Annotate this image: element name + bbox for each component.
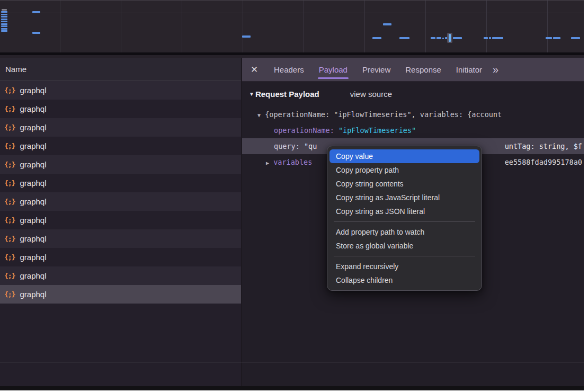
request-timing-bar[interactable]	[383, 23, 391, 25]
waterfall-gridline	[425, 1, 426, 52]
request-timing-bar[interactable]	[484, 37, 488, 39]
request-row-graphql[interactable]: {;}graphql	[0, 137, 241, 155]
request-timing-bar[interactable]	[1, 11, 7, 13]
request-timing-bar[interactable]	[372, 37, 381, 39]
tab-payload[interactable]: Payload	[311, 58, 355, 82]
menu-separator	[334, 221, 475, 222]
tab-initiator[interactable]: Initiator	[449, 58, 489, 82]
property-value: "ipFlowTimeseries"	[338, 126, 416, 135]
request-timing-bar[interactable]	[571, 37, 580, 39]
request-timing-bar[interactable]	[553, 37, 560, 39]
section-title: Request Payload	[255, 90, 319, 99]
request-name-label: graphql	[20, 104, 46, 113]
json-braces-icon: {;}	[4, 235, 15, 243]
request-row-graphql[interactable]: {;}graphql	[0, 118, 241, 137]
request-row-graphql[interactable]: {;}graphql	[0, 81, 241, 100]
request-name-label: graphql	[20, 290, 46, 299]
request-timing-bar[interactable]	[1, 23, 7, 25]
menu-item-add-property-path-to-watch[interactable]: Add property path to watch	[327, 225, 482, 239]
request-name-label: graphql	[20, 216, 46, 225]
json-braces-icon: {;}	[4, 123, 15, 131]
request-timing-bar[interactable]	[436, 37, 441, 39]
menu-item-copy-string-as-javascript-literal[interactable]: Copy string as JavaScript literal	[327, 191, 482, 204]
request-timing-bar[interactable]	[32, 11, 40, 13]
request-timing-bar[interactable]	[1, 19, 7, 20]
request-row-graphql[interactable]: {;}graphql	[0, 155, 241, 174]
request-timing-bar[interactable]	[1, 28, 7, 30]
waterfall-gridline	[547, 1, 548, 52]
request-payload-section[interactable]: ▼ Request Payload view source	[249, 90, 392, 99]
waterfall-gridline	[60, 1, 60, 52]
menu-item-collapse-children[interactable]: Collapse children	[327, 273, 482, 287]
name-column-header[interactable]: Name	[0, 58, 241, 81]
request-timing-bar[interactable]	[442, 38, 444, 39]
request-row-graphql[interactable]: {;}graphql	[0, 266, 241, 285]
request-row-graphql[interactable]: {;}graphql	[0, 229, 241, 248]
request-name-label: graphql	[20, 197, 46, 206]
request-timing-bar[interactable]	[546, 37, 552, 39]
operation-name-row[interactable]: operationName: "ipFlowTimeseries"	[242, 122, 584, 138]
waterfall-gridline	[121, 1, 121, 52]
property-value-left: "qu	[304, 142, 317, 150]
request-timing-bar[interactable]	[453, 37, 462, 39]
property-value-right-fragment: ee5588fdad995178a0	[505, 154, 582, 170]
menu-item-expand-recursively[interactable]: Expand recursively	[327, 260, 482, 273]
tab-headers[interactable]: Headers	[266, 58, 311, 82]
request-timing-bar[interactable]	[1, 21, 7, 22]
tab-response[interactable]: Response	[398, 58, 449, 82]
details-tab-bar: ✕ HeadersPayloadPreviewResponseInitiator…	[242, 58, 584, 82]
tab-preview[interactable]: Preview	[355, 58, 398, 82]
tab-overflow-chevron-icon[interactable]: »	[493, 58, 498, 82]
request-timing-bar[interactable]	[399, 37, 409, 39]
request-timing-bar[interactable]	[1, 16, 7, 17]
request-timing-bar[interactable]	[242, 35, 251, 38]
menu-item-copy-string-contents[interactable]: Copy string contents	[327, 177, 482, 191]
json-braces-icon: {;}	[4, 142, 15, 150]
waterfall-gridline	[304, 1, 304, 52]
property-key: operationName:	[274, 126, 338, 135]
request-timing-bar[interactable]	[1, 30, 7, 32]
request-row-graphql[interactable]: {;}graphql	[0, 192, 241, 211]
close-icon[interactable]: ✕	[242, 64, 266, 75]
request-name-label: graphql	[20, 179, 46, 188]
request-name-label: graphql	[20, 86, 46, 95]
request-timing-bar[interactable]	[1, 14, 7, 15]
request-row-graphql[interactable]: {;}graphql	[0, 248, 241, 266]
property-key: query:	[274, 142, 304, 150]
request-name-label: graphql	[20, 141, 46, 150]
disclosure-expanded-icon: ▼	[257, 112, 261, 118]
request-timing-bar[interactable]	[431, 37, 435, 39]
request-rows: {;}graphql{;}graphql{;}graphql{;}graphql…	[0, 81, 241, 304]
request-name-label: graphql	[20, 234, 46, 243]
request-name-label: graphql	[20, 253, 46, 262]
menu-item-copy-property-path[interactable]: Copy property path	[327, 163, 482, 177]
menu-item-copy-value[interactable]: Copy value	[329, 149, 479, 163]
menu-separator	[334, 256, 475, 256]
network-overview-waterfall[interactable]	[0, 1, 584, 55]
menu-item-copy-string-as-json-literal[interactable]: Copy string as JSON literal	[327, 204, 482, 218]
payload-root-row[interactable]: ▼ {operationName: "ipFlowTimeseries", va…	[242, 106, 584, 122]
request-timing-bar[interactable]	[492, 37, 503, 39]
view-source-link[interactable]: view source	[350, 90, 392, 99]
request-name-label: graphql	[20, 123, 46, 132]
request-timing-bar[interactable]	[1, 25, 7, 27]
request-row-graphql[interactable]: {;}graphql	[0, 285, 241, 304]
request-name-label: graphql	[20, 160, 46, 169]
request-row-graphql[interactable]: {;}graphql	[0, 174, 241, 192]
context-menu: Copy valueCopy property pathCopy string …	[327, 146, 482, 291]
waterfall-gridline	[364, 1, 365, 52]
selected-request-tick	[449, 34, 451, 42]
request-row-graphql[interactable]: {;}graphql	[0, 211, 241, 229]
menu-item-store-as-global-variable[interactable]: Store as global variable	[327, 239, 482, 253]
property-key: variables	[273, 158, 312, 166]
disclosure-collapsed-icon: ▶	[266, 160, 269, 166]
waterfall-gridline-horizontal	[0, 13, 584, 13]
request-timing-bar[interactable]	[489, 37, 491, 39]
waterfall-gridline	[243, 1, 243, 52]
request-timing-bar[interactable]	[32, 32, 40, 34]
request-timing-bar[interactable]	[2, 9, 7, 11]
json-braces-icon: {;}	[4, 253, 15, 261]
json-braces-icon: {;}	[4, 86, 15, 94]
request-name-label: graphql	[20, 271, 46, 280]
request-row-graphql[interactable]: {;}graphql	[0, 100, 241, 118]
